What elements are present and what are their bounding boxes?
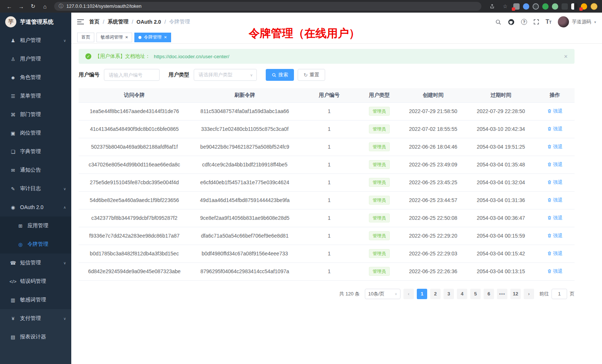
- user-type-cell: 管理员: [359, 120, 400, 138]
- force-logout-button[interactable]: 强退: [547, 197, 563, 203]
- token-icon: ◎: [16, 242, 24, 247]
- search-button[interactable]: 搜索: [266, 69, 294, 81]
- breadcrumb-home[interactable]: 首页: [89, 19, 99, 25]
- sidebar-item-report-designer[interactable]: ▤ 报表设计器: [0, 328, 71, 346]
- force-logout-button[interactable]: 强退: [547, 215, 563, 221]
- sidebar-item-oauth2[interactable]: ◉ OAuth 2.0 ∧: [0, 198, 71, 216]
- user-menu[interactable]: 芋道源码 ▾: [558, 16, 596, 27]
- font-size-icon[interactable]: TT: [546, 19, 552, 25]
- force-logout-button[interactable]: 强退: [547, 161, 563, 168]
- action-cell: 强退: [535, 227, 575, 245]
- page-ellipsis-button[interactable]: •••: [497, 289, 507, 299]
- sidebar-item-oauth2-app[interactable]: ⊞ 应用管理: [0, 216, 71, 235]
- user-type-cell: 管理员: [359, 262, 400, 280]
- app-logo[interactable]: 芋 芋道管理系统: [0, 13, 71, 31]
- extension-icon[interactable]: [513, 3, 520, 10]
- sidebar-item-user[interactable]: ♙ 用户管理: [0, 50, 71, 68]
- page-button-2[interactable]: 2: [430, 289, 441, 299]
- browser-profile-avatar[interactable]: [590, 3, 598, 10]
- chevron-down-icon: ∨: [63, 317, 66, 321]
- tab-token[interactable]: 令牌管理 ✕: [134, 33, 171, 42]
- user-type-select[interactable]: 请选择用户类型 ∨: [194, 69, 257, 81]
- site-info-icon[interactable]: ⓘ: [59, 3, 63, 10]
- force-logout-button[interactable]: 强退: [547, 143, 563, 150]
- close-icon[interactable]: ✕: [125, 35, 128, 39]
- sidebar-item-audit-log[interactable]: ✎ 审计日志 ∨: [0, 179, 71, 198]
- extension-icon[interactable]: [533, 3, 539, 10]
- force-logout-button[interactable]: 强退: [547, 179, 563, 186]
- page-button-3[interactable]: 3: [444, 289, 454, 299]
- page-button-1[interactable]: 1: [417, 289, 427, 299]
- sidebar-collapse-icon[interactable]: [77, 19, 84, 25]
- sidebar-item-post[interactable]: ▣ 岗位管理: [0, 124, 71, 142]
- action-cell: 强退: [535, 191, 575, 209]
- expire-time-cell: 2054-03-10 20:42:34: [467, 120, 535, 138]
- extension-icon[interactable]: [581, 3, 587, 10]
- browser-toolbar-icons: ☆: [486, 1, 598, 11]
- force-logout-button[interactable]: 强退: [547, 268, 563, 275]
- sidebar-item-sms[interactable]: ☎ 短信管理 ∨: [0, 254, 71, 272]
- extension-icon[interactable]: [542, 3, 549, 10]
- tab-sensitive-word[interactable]: 敏感词管理 ✕: [96, 33, 132, 42]
- doc-link[interactable]: https://doc.iocoder.cn/user-center/: [154, 54, 229, 59]
- sidebar-item-role[interactable]: ☻ 角色管理: [0, 68, 71, 87]
- sidebar-item-dict[interactable]: ❏ 字典管理: [0, 142, 71, 161]
- goto-page-input[interactable]: [552, 289, 567, 299]
- sidebar-item-error-code[interactable]: </> 错误码管理: [0, 272, 71, 291]
- share-icon[interactable]: [487, 1, 497, 11]
- user-id-label: 用户编号: [79, 72, 99, 78]
- page-button-4[interactable]: 4: [457, 289, 467, 299]
- home-icon[interactable]: ⌂: [40, 1, 50, 11]
- user-type-cell: 管理员: [359, 227, 400, 245]
- help-icon[interactable]: ?: [521, 19, 527, 25]
- audit-log-icon: ✎: [9, 186, 17, 192]
- breadcrumb-system[interactable]: 系统管理: [108, 19, 128, 25]
- reset-button[interactable]: ↻ 重置: [298, 69, 325, 81]
- extension-icon[interactable]: [523, 3, 529, 10]
- sidebar-item-payment[interactable]: ¥ 支付管理 ∨: [0, 309, 71, 328]
- forward-icon[interactable]: →: [16, 1, 26, 11]
- page-size-select[interactable]: 10条/页 ∨: [365, 289, 400, 299]
- force-logout-button[interactable]: 强退: [547, 250, 563, 257]
- github-icon[interactable]: [508, 19, 515, 26]
- sidebar-item-notice[interactable]: ✉ 通知公告: [0, 161, 71, 179]
- page-button-12[interactable]: 12: [510, 289, 521, 299]
- dark-mode-extension-icon[interactable]: [571, 3, 578, 10]
- user-id-input[interactable]: [104, 69, 160, 81]
- access-token-cell: c342377bf8b344799dcbf7bf095287f2: [79, 209, 190, 227]
- url-bar[interactable]: ⓘ 127.0.0.1:1024/system/oauth2/token: [54, 2, 481, 11]
- force-logout-button[interactable]: 强退: [547, 232, 563, 239]
- alert-close-icon[interactable]: ✕: [564, 54, 568, 59]
- extension-icon[interactable]: [552, 3, 558, 10]
- browser-chrome: ← → ↻ ⌂ ⓘ 127.0.0.1:1024/system/oauth2/t…: [0, 0, 602, 13]
- page-button-6[interactable]: 6: [484, 289, 494, 299]
- created-time-cell: 2022-06-25 23:49:09: [400, 156, 467, 173]
- page-button-5[interactable]: 5: [470, 289, 481, 299]
- tab-home[interactable]: 首页: [77, 33, 94, 42]
- active-dot: [138, 36, 141, 39]
- breadcrumb-oauth2[interactable]: OAuth 2.0: [137, 19, 161, 25]
- force-logout-button[interactable]: 强退: [547, 108, 563, 115]
- sidebar-item-oauth2-token[interactable]: ◎ 令牌管理: [0, 235, 71, 254]
- close-icon[interactable]: ✕: [164, 35, 167, 39]
- extension-icon[interactable]: [562, 3, 568, 10]
- action-cell: 强退: [535, 102, 575, 120]
- next-page-button[interactable]: ›: [524, 289, 534, 299]
- sidebar-item-dept[interactable]: ⌘ 部门管理: [0, 105, 71, 124]
- sensitive-word-icon: ▥: [9, 297, 17, 303]
- bookmark-star-icon[interactable]: ☆: [500, 1, 510, 11]
- user-id-cell: 1: [300, 262, 359, 280]
- fullscreen-icon[interactable]: [533, 19, 539, 25]
- force-logout-button[interactable]: 强退: [547, 126, 563, 132]
- table-row: c347026e805e4d99b0d116eae66eda8c cdfc4ce…: [79, 156, 575, 173]
- sidebar-item-sensitive-word[interactable]: ▥ 敏感词管理: [0, 291, 71, 309]
- sidebar-item-menu[interactable]: ☰ 菜单管理: [0, 87, 71, 105]
- breadcrumb-current: 令牌管理: [169, 19, 190, 25]
- user-type-badge: 管理员: [369, 231, 390, 240]
- back-icon[interactable]: ←: [4, 1, 14, 11]
- post-icon: ▣: [9, 130, 17, 136]
- prev-page-button[interactable]: ‹: [403, 289, 414, 299]
- sidebar-item-tenant[interactable]: ♟ 租户管理 ∨: [0, 31, 71, 50]
- search-icon[interactable]: [495, 19, 501, 25]
- reload-icon[interactable]: ↻: [28, 1, 38, 11]
